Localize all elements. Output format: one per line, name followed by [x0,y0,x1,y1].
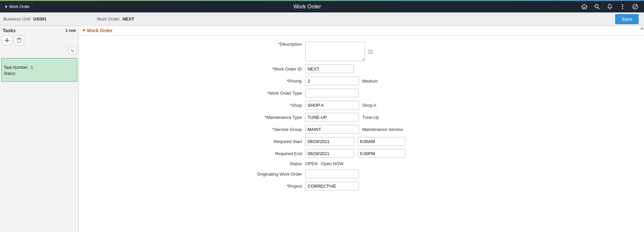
priority-label: *Priority [82,79,305,84]
row-maint-type: *Maintenance Type Tune-Up [82,113,641,122]
svg-point-0 [595,4,598,8]
orig-wo-input[interactable] [306,170,359,178]
status-desc: Open NOW [321,161,343,166]
tasks-title: Tasks [3,28,16,33]
header-icons [581,3,642,10]
svc-group-desc: Maintenance Service [362,127,403,132]
status-label: Status [82,161,305,166]
project-lookup [305,182,359,190]
work-order-value: NEXT [122,16,134,21]
plus-icon [4,38,10,43]
main-panel: Work Order *Description *Work Order ID *… [79,26,644,232]
priority-lookup [305,77,359,85]
svg-line-6 [634,5,637,8]
wo-type-input[interactable] [306,89,359,97]
shop-label: *Shop [82,103,305,108]
orig-wo-label: Originating Work Order [82,172,305,177]
task-number-label: Task Number: [4,65,29,70]
svg-point-3 [622,6,623,7]
row-wo-id: *Work Order ID [82,64,641,73]
back-button[interactable]: Work Order [2,3,34,10]
task-card[interactable]: Task Number: 1 Status: [1,58,77,82]
row-description: *Description [82,42,641,61]
form-area: *Description *Work Order ID *Priority [79,36,644,204]
svg-point-4 [622,8,623,9]
req-start-time-input[interactable] [358,137,405,146]
project-input[interactable] [306,182,359,190]
save-button[interactable]: Save [615,14,639,24]
row-shop: *Shop Shop A [82,101,641,109]
body: Tasks 1 row Task Number: 1 Status: [0,26,644,232]
maint-type-label: *Maintenance Type [82,115,305,120]
row-wo-type: *Work Order Type [82,89,641,97]
more-icon[interactable] [619,3,626,10]
row-priority: *Priority Medium [82,77,641,85]
task-status-line: Status: [4,71,75,77]
orig-wo-lookup [305,170,359,178]
row-project: *Project [82,182,641,190]
svc-group-input[interactable] [306,125,359,133]
trash-icon [16,38,22,43]
bell-icon[interactable] [606,3,613,10]
svc-group-label: *Service Group [82,127,305,132]
req-end-time-input[interactable] [358,149,405,158]
req-end-date-input[interactable] [306,151,354,156]
business-unit-value: US001 [33,16,47,21]
svg-point-2 [622,4,623,5]
row-status: Status OPEN Open NOW [82,161,641,166]
wo-id-label: *Work Order ID [82,66,305,72]
svg-line-1 [598,8,600,9]
chevron-left-icon [4,5,8,8]
description-label: *Description [82,42,305,47]
priority-desc: Medium [362,79,378,84]
shop-desc: Shop A [362,103,376,108]
back-label: Work Order [9,4,30,9]
row-req-start: Required Start [82,137,641,146]
sort-icon [70,49,74,53]
wo-type-label: *Work Order Type [82,91,305,96]
block-icon[interactable] [632,3,639,10]
row-svc-group: *Service Group Maintenance Service [82,125,641,134]
business-unit-label: Business Unit: [3,16,31,21]
description-input[interactable] [305,42,365,61]
status-code: OPEN [305,161,318,166]
req-start-date-wrap [305,137,354,146]
tasks-panel: Tasks 1 row Task Number: 1 Status: [0,26,79,232]
priority-input[interactable] [306,77,359,85]
shop-input[interactable] [306,101,359,109]
sub-header: Business Unit: US001 Work Order: NEXT Sa… [0,12,644,26]
tasks-sort-row [0,45,78,56]
search-icon[interactable] [594,3,600,10]
section-header[interactable]: Work Order [79,26,644,36]
maint-type-desc: Tune-Up [362,115,379,120]
scroll-up-arrow[interactable] [640,27,643,30]
row-orig-wo: Originating Work Order [82,170,641,178]
req-end-date-wrap [305,149,354,158]
delete-task-button[interactable] [14,35,24,45]
wo-type-lookup [305,89,359,97]
task-number-line: Task Number: 1 [4,64,75,71]
work-order-item: Work Order: NEXT [97,16,134,21]
maint-type-input[interactable] [306,113,359,121]
req-start-date-input[interactable] [306,139,354,144]
sort-button[interactable] [68,47,76,55]
tasks-header: Tasks 1 row [0,26,78,35]
tasks-toolbar [0,35,78,45]
project-label: *Project [82,184,305,189]
work-order-label: Work Order: [97,16,121,21]
edit-note-icon[interactable] [368,50,373,54]
caret-down-icon [82,30,86,32]
business-unit-item: Business Unit: US001 [3,16,47,21]
svc-group-lookup [305,125,359,134]
shop-lookup [305,101,359,109]
wo-id-input[interactable] [305,64,354,73]
section-title: Work Order [87,28,113,33]
req-end-label: Required End [82,151,305,156]
maint-type-lookup [305,113,359,122]
add-task-button[interactable] [2,35,12,45]
page-title: Work Order [34,4,581,10]
req-start-label: Required Start [82,139,305,144]
task-number-value: 1 [31,65,33,70]
app-header: Work Order Work Order [0,1,644,12]
home-icon[interactable] [581,3,588,10]
